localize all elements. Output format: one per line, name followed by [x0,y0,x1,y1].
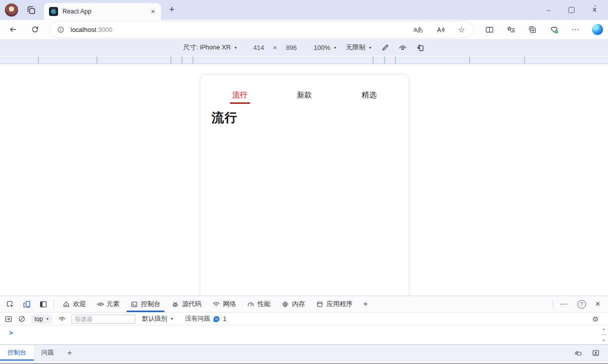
refresh-button[interactable] [31,25,39,33]
maximize-button[interactable] [560,0,583,20]
rotate-device-icon[interactable] [416,43,425,52]
devtools-drawer: 控制台 问题 + [0,345,608,361]
expand-panel-icon[interactable] [592,349,600,357]
console-settings-gear-icon[interactable]: ⚙ [592,315,604,323]
favorites-icon[interactable] [506,25,516,34]
clear-console-icon[interactable] [18,315,26,323]
zoom-select[interactable]: 100%▼ [314,44,337,51]
back-button[interactable] [9,25,17,33]
translate-icon[interactable]: aあ [414,25,424,34]
device-toolbar: 尺寸: iPhone XR▼ 414 × 896 100%▼ 无限制▼ [0,39,608,56]
divider [54,299,54,309]
page-heading: 流行 [212,109,408,126]
devtools-more-icon[interactable]: ⋯ [560,300,568,309]
media-query-segment[interactable] [170,56,182,64]
media-query-segment[interactable] [469,56,524,64]
devtools-tabbar: 欢迎 </> 元素 控制台 源代码 [0,296,608,313]
drawer-tab-issues[interactable]: 问题 [34,345,62,361]
media-query-segment[interactable] [192,56,372,64]
drawer-tab-console[interactable]: 控制台 [0,345,34,361]
media-query-segment[interactable] [38,56,96,64]
collections-icon[interactable] [528,25,537,34]
minimize-button[interactable]: – [537,0,560,20]
tab-elements[interactable]: </> 元素 [92,296,125,312]
inspect-element-icon[interactable] [6,300,14,309]
copilot-icon[interactable] [592,24,603,35]
chevron-down-icon: ▼ [170,317,174,321]
split-screen-icon[interactable] [485,25,494,34]
toolbar-icons: ⋯ [485,20,603,39]
times-label: × [273,44,277,51]
help-icon[interactable]: ? [578,300,586,309]
add-drawer-tab-button[interactable]: + [62,345,78,361]
media-query-segment[interactable] [524,56,608,64]
console-sidebar-icon[interactable] [4,315,12,323]
maximize-icon [568,7,574,13]
device-viewport: 流行 新款 精选 流行 [200,75,408,296]
device-toolbar-menu-icon[interactable]: ⋮ [592,4,599,13]
chip-icon [282,301,289,308]
favorite-star-icon[interactable]: ☆ [458,25,465,34]
undock-drawer-icon[interactable] [574,349,582,357]
browser-essentials-icon[interactable] [550,25,559,34]
scrollbar[interactable]: ▲ ▼ [600,327,607,342]
issues-status[interactable]: 没有问题 1 [185,315,226,323]
profile-avatar[interactable] [5,3,18,16]
emulation-stage: 流行 新款 精选 流行 [0,65,608,296]
workspaces-icon[interactable] [26,5,36,15]
chevron-down-icon: ▼ [334,46,337,49]
read-aloud-icon[interactable] [436,26,445,33]
app-tab-popular[interactable]: 流行 [208,90,272,104]
device-height-field[interactable]: 896 [286,44,297,51]
issues-bubble-icon [214,316,220,322]
app-tab-new[interactable]: 新款 [272,90,336,104]
media-query-bar [0,56,608,65]
panel-layout-icon[interactable] [39,300,48,309]
scroll-up-icon[interactable]: ▲ [602,327,606,331]
console-icon [130,301,138,308]
app-tab-featured[interactable]: 精选 [337,90,402,104]
pen-icon[interactable] [381,43,390,52]
javascript-context-select[interactable]: top ▼ [31,315,52,324]
tab-network[interactable]: 网络 [207,296,242,312]
media-query-segment[interactable] [395,56,469,64]
tab-close-icon[interactable]: × [150,7,156,15]
console-prompt-icon[interactable]: > [9,329,13,337]
address-bar[interactable]: localhost:3000 aあ ☆ [50,21,473,37]
device-width-field[interactable]: 414 [254,44,264,51]
console-filter-input[interactable] [72,315,136,324]
tab-sources[interactable]: 源代码 [166,296,207,312]
home-icon [62,301,70,308]
media-query-segment[interactable] [372,56,384,64]
media-query-segment[interactable] [0,56,38,64]
log-level-select[interactable]: 默认级别 ▼ [142,315,174,323]
console-output[interactable]: > ▲ ▼ [0,326,608,345]
tab-welcome[interactable]: 欢迎 [57,296,92,312]
tab-title: React App [62,8,150,15]
eye-icon[interactable] [398,43,407,52]
tab-console[interactable]: 控制台 [125,296,166,312]
devtools-close-icon[interactable]: × [596,300,600,309]
app-box-icon [316,301,324,308]
media-query-segment[interactable] [384,56,395,64]
tab-performance[interactable]: 性能 [242,296,276,312]
live-expression-eye-icon[interactable] [58,315,66,323]
media-query-segment[interactable] [182,56,192,64]
chevron-down-icon: ▼ [234,46,238,49]
tab-application[interactable]: 应用程序 [310,296,358,312]
titlebar: React App × + – × [0,0,608,20]
device-toolbar-toggle-icon[interactable] [22,300,31,309]
settings-more-icon[interactable]: ⋯ [572,25,580,34]
add-devtools-tab-button[interactable]: + [358,296,373,312]
url-text[interactable]: localhost:3000 [70,26,414,33]
browser-tab[interactable]: React App × [44,3,161,20]
throttling-select[interactable]: 无限制▼ [346,43,372,52]
new-tab-button[interactable]: + [169,4,174,15]
console-toolbar: top ▼ 默认级别 ▼ 没有问题 1 ⚙ [0,313,608,326]
tab-memory[interactable]: 内存 [276,296,310,312]
device-select[interactable]: 尺寸: iPhone XR▼ [183,43,237,52]
site-info-icon[interactable] [57,26,64,33]
media-query-segment[interactable] [96,56,170,64]
scroll-down-icon[interactable]: ▼ [602,339,606,342]
browser-window: React App × + – × [0,0,608,364]
